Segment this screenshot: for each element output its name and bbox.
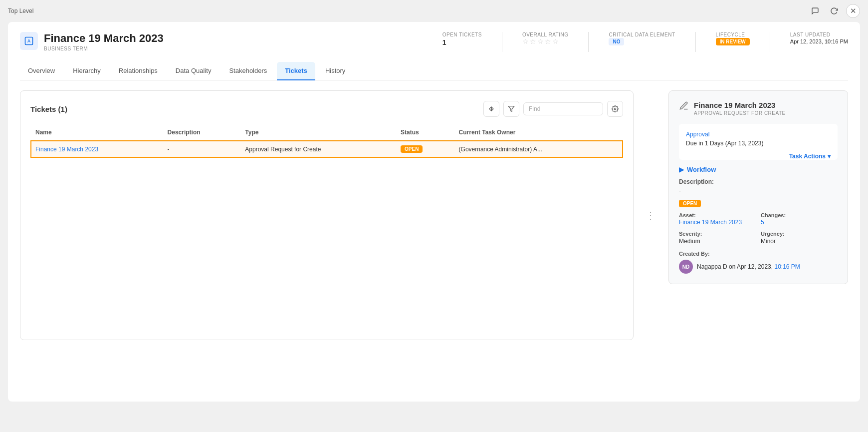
approval-label: Approval — [686, 131, 831, 138]
top-bar-actions: ✕ — [808, 4, 860, 18]
last-updated-stat: LAST UPDATED Apr 12, 2023, 10:16 PM — [790, 32, 848, 44]
urgency-meta: Urgency: Minor — [761, 231, 838, 245]
workflow-chevron-icon: ▶ — [679, 166, 684, 173]
page-header-left: A Finance 19 March 2023 BUSINESS TERM — [20, 32, 164, 51]
page-title: Finance 19 March 2023 — [44, 32, 164, 45]
panel-title: Finance 19 March 2023 — [694, 101, 786, 109]
tab-overview[interactable]: Overview — [20, 62, 63, 80]
col-status: Status — [396, 125, 454, 140]
filter-button[interactable] — [503, 101, 519, 117]
settings-button[interactable] — [607, 101, 623, 117]
rating-stars: ☆☆☆☆☆ — [522, 37, 569, 45]
last-updated-label: LAST UPDATED — [790, 32, 848, 37]
urgency-label: Urgency: — [761, 231, 838, 237]
svg-text:A: A — [27, 38, 31, 43]
ticket-status-cell: OPEN — [396, 140, 454, 158]
severity-label: Severity: — [679, 231, 756, 237]
tickets-controls — [483, 101, 623, 117]
description-value: - — [679, 187, 838, 194]
creator-time: 10:16 PM — [774, 263, 800, 270]
tab-relationships[interactable]: Relationships — [111, 62, 166, 80]
col-description: Description — [163, 125, 240, 140]
chat-icon[interactable] — [808, 4, 822, 18]
last-updated-value: Apr 12, 2023, 10:16 PM — [790, 38, 848, 44]
page-header-right: OPEN TICKETS 1 OVERALL RATING ☆☆☆☆☆ CRIT… — [442, 32, 848, 52]
task-actions-button[interactable]: Task Actions ▾ — [789, 153, 831, 160]
tab-stakeholders[interactable]: Stakeholders — [221, 62, 275, 80]
changes-label: Changes: — [761, 212, 838, 218]
right-panel: Finance 19 March 2023 APPROVAL REQUEST F… — [668, 90, 848, 284]
tickets-title: Tickets (1) — [30, 105, 67, 113]
open-tickets-value: 1 — [442, 38, 482, 46]
panel-edit-icon — [679, 101, 689, 113]
tickets-header: Tickets (1) — [30, 101, 623, 117]
divider2 — [588, 32, 589, 52]
tickets-table: Name Description Type Status Current Tas… — [30, 125, 623, 158]
meta-grid: Asset: Finance 19 March 2023 Changes: 5 … — [679, 212, 838, 245]
ticket-description-cell: - — [163, 140, 240, 158]
critical-data-stat: CRITICAL DATA ELEMENT NO — [609, 32, 675, 45]
content-columns: Tickets (1) — [20, 90, 848, 340]
page-title-group: Finance 19 March 2023 BUSINESS TERM — [44, 32, 164, 51]
sort-button[interactable] — [483, 101, 499, 117]
critical-data-badge: NO — [609, 38, 624, 45]
panel-title-group: Finance 19 March 2023 APPROVAL REQUEST F… — [694, 101, 786, 116]
status-badge-panel: OPEN — [679, 200, 701, 207]
tab-tickets[interactable]: Tickets — [277, 62, 315, 80]
creator-text: Nagappa D on Apr 12, 2023, 10:16 PM — [697, 263, 800, 270]
vertical-dots[interactable]: ⋮ — [644, 90, 658, 340]
close-icon[interactable]: ✕ — [846, 4, 860, 18]
asset-meta: Asset: Finance 19 March 2023 — [679, 212, 756, 226]
ticket-name-cell: Finance 19 March 2023 — [30, 140, 163, 158]
approval-box: Approval Due in 1 Days (Apr 13, 2023) Ta… — [679, 124, 838, 160]
panel-header: Finance 19 March 2023 APPROVAL REQUEST F… — [679, 101, 838, 116]
col-type: Type — [240, 125, 396, 140]
ticket-name-link[interactable]: Finance 19 March 2023 — [35, 146, 98, 153]
changes-meta: Changes: 5 — [761, 212, 838, 226]
col-owner: Current Task Owner — [454, 125, 623, 140]
overall-rating-stat: OVERALL RATING ☆☆☆☆☆ — [522, 32, 569, 45]
tabs-bar: Overview Hierarchy Relationships Data Qu… — [20, 62, 848, 80]
col-name: Name — [30, 125, 163, 140]
lifecycle-badge: IN REVIEW — [716, 38, 750, 45]
ticket-owner-cell: (Governance Administrator) A... — [454, 140, 623, 158]
task-actions-chevron-icon: ▾ — [828, 153, 831, 160]
workflow-label: Workflow — [687, 166, 716, 173]
asset-label: Asset: — [679, 212, 756, 218]
search-input[interactable] — [523, 102, 603, 115]
lifecycle-label: LIFECYCLE — [716, 32, 750, 37]
main-area: A Finance 19 March 2023 BUSINESS TERM OP… — [8, 22, 860, 402]
avatar: ND — [679, 260, 693, 274]
workflow-section: ▶ Workflow Description: - OPEN Asset: Fi… — [679, 166, 838, 274]
tickets-section: Tickets (1) — [20, 90, 634, 340]
app-container: Top Level ✕ A Finance 19 March 2023 BUSI… — [0, 0, 868, 432]
left-column: Tickets (1) — [20, 90, 634, 340]
description-label: Description: — [679, 178, 838, 185]
created-by-section: Created By: ND Nagappa D on Apr 12, 2023… — [679, 251, 838, 274]
changes-value[interactable]: 5 — [761, 219, 764, 226]
tab-hierarchy[interactable]: Hierarchy — [65, 62, 109, 80]
workflow-header[interactable]: ▶ Workflow — [679, 166, 838, 173]
asset-link[interactable]: Finance 19 March 2023 — [679, 219, 742, 226]
page-type-icon: A — [20, 32, 38, 50]
urgency-value: Minor — [761, 238, 838, 245]
divider1 — [502, 32, 502, 52]
panel-subtitle: APPROVAL REQUEST FOR CREATE — [694, 110, 786, 116]
page-subtitle: BUSINESS TERM — [44, 46, 164, 51]
status-badge: OPEN — [401, 145, 423, 153]
ticket-type-cell: Approval Request for Create — [240, 140, 396, 158]
overall-rating-label: OVERALL RATING — [522, 32, 569, 37]
table-row[interactable]: Finance 19 March 2023 - Approval Request… — [30, 140, 623, 158]
severity-meta: Severity: Medium — [679, 231, 756, 245]
tab-history[interactable]: History — [317, 62, 353, 80]
open-tickets-label: OPEN TICKETS — [442, 32, 482, 37]
refresh-icon[interactable] — [827, 4, 841, 18]
breadcrumb: Top Level — [8, 7, 33, 14]
tab-data-quality[interactable]: Data Quality — [168, 62, 219, 80]
svg-point-5 — [614, 108, 616, 110]
creator-name: Nagappa D on Apr 12, 2023, — [697, 263, 773, 270]
critical-data-label: CRITICAL DATA ELEMENT — [609, 32, 675, 37]
task-actions-label: Task Actions — [789, 153, 826, 160]
open-tickets-stat: OPEN TICKETS 1 — [442, 32, 482, 46]
svg-marker-4 — [508, 106, 514, 112]
